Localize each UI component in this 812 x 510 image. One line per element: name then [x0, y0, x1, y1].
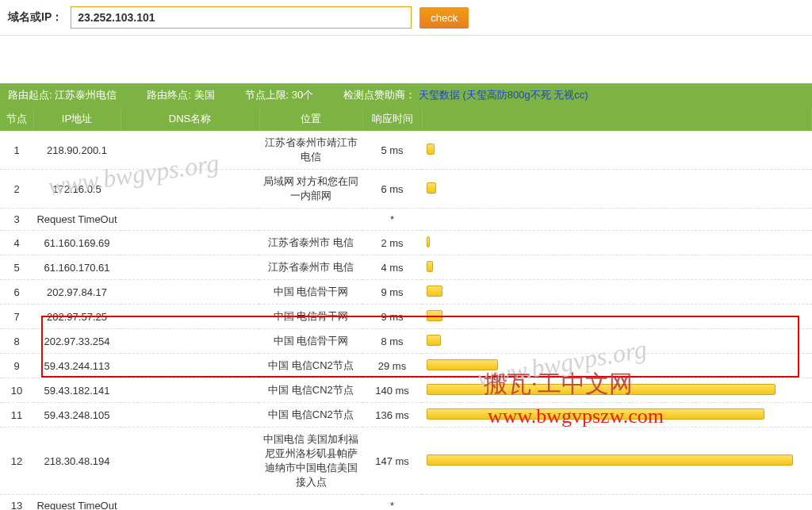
search-bar: 域名或IP： check [0, 0, 812, 36]
cell-bar [422, 329, 812, 354]
cell-latency: 2 ms [362, 231, 422, 255]
cell-location: 局域网 对方和您在同一内部网 [259, 170, 362, 209]
cell-ip: 218.30.48.194 [33, 428, 121, 495]
route-start: 路由起点: 江苏泰州电信 [8, 88, 117, 102]
latency-bar [427, 359, 498, 370]
cell-node: 1 [0, 131, 33, 170]
latency-bar [427, 261, 433, 272]
cell-latency: 9 ms [362, 280, 422, 305]
cell-node: 13 [0, 495, 33, 511]
table-row: 13Request TimeOut* [0, 495, 812, 511]
table-row: 1059.43.182.141中国 电信CN2节点140 ms [0, 378, 812, 403]
cell-location: 中国 电信骨干网 [259, 329, 362, 354]
cell-dns [121, 428, 259, 495]
cell-bar [422, 403, 812, 428]
cell-location: 中国 电信骨干网 [259, 280, 362, 305]
cell-latency: 9 ms [362, 305, 422, 329]
cell-bar [422, 428, 812, 495]
table-row: 461.160.169.69江苏省泰州市 电信2 ms [0, 231, 812, 255]
cell-location: 中国 电信CN2节点 [259, 403, 362, 428]
latency-bar [427, 236, 430, 247]
spacer [0, 36, 812, 83]
cell-location [259, 209, 362, 231]
cell-node: 5 [0, 255, 33, 280]
cell-latency: 4 ms [362, 255, 422, 280]
results-table-wrap: 节点 IP地址 DNS名称 位置 响应时间 1218.90.200.1江苏省泰州… [0, 107, 812, 510]
check-button[interactable]: check [419, 7, 469, 29]
cell-latency: * [362, 495, 422, 511]
cell-location: 中国电信 美国加利福尼亚州洛杉矶县帕萨迪纳市中国电信美国接入点 [259, 428, 362, 495]
cell-dns [121, 403, 259, 428]
cell-dns [121, 378, 259, 403]
sponsor-link[interactable]: 天玺数据 (天玺高防800g不死 无视cc) [419, 89, 588, 101]
cell-dns [121, 209, 259, 231]
table-row: 3Request TimeOut* [0, 209, 812, 231]
route-end: 路由终点: 美国 [147, 88, 214, 102]
cell-ip: Request TimeOut [33, 495, 121, 511]
cell-bar [422, 354, 812, 378]
cell-location: 江苏省泰州市 电信 [259, 255, 362, 280]
latency-bar [427, 182, 436, 194]
cell-bar [422, 131, 812, 170]
th-location: 位置 [259, 107, 362, 131]
cell-dns [121, 354, 259, 378]
latency-bar [427, 384, 776, 395]
cell-dns [121, 329, 259, 354]
cell-bar [422, 305, 812, 329]
cell-ip: Request TimeOut [33, 209, 121, 231]
cell-dns [121, 495, 259, 511]
table-row: 12218.30.48.194中国电信 美国加利福尼亚州洛杉矶县帕萨迪纳市中国电… [0, 428, 812, 495]
latency-bar [427, 408, 764, 420]
table-row: 959.43.244.113中国 电信CN2节点29 ms [0, 354, 812, 378]
cell-node: 11 [0, 403, 33, 428]
cell-dns [121, 170, 259, 209]
cell-location: 中国 电信CN2节点 [259, 378, 362, 403]
cell-location: 江苏省泰州市靖江市 电信 [259, 131, 362, 170]
cell-bar [422, 231, 812, 255]
cell-bar [422, 280, 812, 305]
cell-latency: 5 ms [362, 131, 422, 170]
th-ip: IP地址 [33, 107, 121, 131]
cell-dns [121, 231, 259, 255]
search-label: 域名或IP： [8, 10, 63, 25]
cell-location: 中国 电信CN2节点 [259, 354, 362, 378]
cell-ip: 172.16.0.5 [33, 170, 121, 209]
cell-dns [121, 280, 259, 305]
th-latency: 响应时间 [362, 107, 422, 131]
sponsor: 检测点赞助商： 天玺数据 (天玺高防800g不死 无视cc) [343, 88, 588, 102]
cell-latency: 29 ms [362, 354, 422, 378]
cell-bar [422, 255, 812, 280]
table-row: 2172.16.0.5局域网 对方和您在同一内部网6 ms [0, 170, 812, 209]
route-header: 路由起点: 江苏泰州电信 路由终点: 美国 节点上限: 30个 检测点赞助商： … [0, 83, 812, 107]
cell-latency: 8 ms [362, 329, 422, 354]
cell-dns [121, 255, 259, 280]
cell-latency: 6 ms [362, 170, 422, 209]
cell-node: 6 [0, 280, 33, 305]
latency-bar [427, 144, 435, 155]
cell-ip: 59.43.244.113 [33, 354, 121, 378]
cell-bar [422, 495, 812, 511]
table-row: 7202.97.57.25中国 电信骨干网9 ms [0, 305, 812, 329]
table-row: 561.160.170.61江苏省泰州市 电信4 ms [0, 255, 812, 280]
domain-ip-input[interactable] [71, 6, 412, 29]
cell-node: 9 [0, 354, 33, 378]
cell-node: 4 [0, 231, 33, 255]
cell-bar [422, 170, 812, 209]
cell-latency: 140 ms [362, 378, 422, 403]
table-row: 1159.43.248.105中国 电信CN2节点136 ms [0, 403, 812, 428]
cell-node: 10 [0, 378, 33, 403]
cell-node: 7 [0, 305, 33, 329]
th-node: 节点 [0, 107, 33, 131]
results-table: 节点 IP地址 DNS名称 位置 响应时间 1218.90.200.1江苏省泰州… [0, 107, 812, 510]
hop-limit: 节点上限: 30个 [245, 88, 314, 102]
cell-dns [121, 131, 259, 170]
latency-bar [427, 454, 793, 466]
cell-latency: 136 ms [362, 403, 422, 428]
cell-ip: 61.160.170.61 [33, 255, 121, 280]
cell-node: 2 [0, 170, 33, 209]
cell-bar [422, 209, 812, 231]
latency-bar [427, 335, 441, 346]
cell-node: 12 [0, 428, 33, 495]
table-row: 8202.97.33.254中国 电信骨干网8 ms [0, 329, 812, 354]
cell-ip: 202.97.84.17 [33, 280, 121, 305]
